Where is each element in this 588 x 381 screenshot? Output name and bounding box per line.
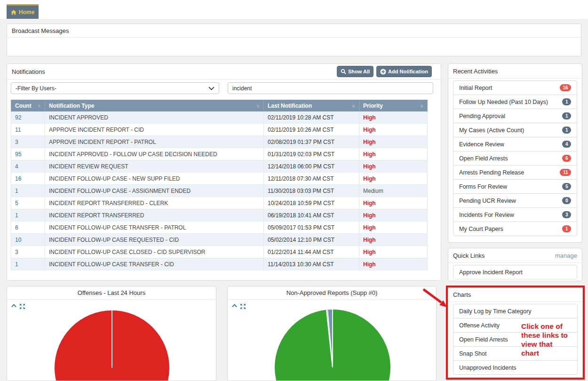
- notification-row: 1INCIDENT FOLLOW-UP CASE - ASSIGNMENT EN…: [11, 185, 428, 197]
- recent-activity-item[interactable]: Follow Up Needed (Past 10 Days)1: [453, 95, 577, 109]
- notification-count-link[interactable]: 95: [15, 151, 21, 158]
- notification-priority: High: [363, 151, 376, 158]
- quick-links-panel: Quick Links manage Approve Incident Repo…: [448, 248, 582, 281]
- count-badge: 1: [562, 225, 571, 232]
- offenses-pie[interactable]: [55, 310, 169, 381]
- count-badge: 1: [562, 98, 571, 105]
- recent-activity-item[interactable]: Arrests Pending Release11: [453, 165, 577, 180]
- notifications-title: Notifications: [12, 68, 45, 75]
- notification-count-link[interactable]: 16: [15, 175, 21, 182]
- add-notification-button[interactable]: Add Notification: [376, 66, 432, 77]
- notifications-table: Count↑↓Notification Type↑↓Last Notificat…: [11, 100, 428, 270]
- nonapproved-pie[interactable]: [275, 310, 390, 381]
- collapse-icon[interactable]: [232, 304, 237, 308]
- notification-count-link[interactable]: 6: [15, 224, 18, 231]
- sort-icon: ↑↓: [256, 103, 260, 108]
- notification-priority: High: [363, 212, 376, 219]
- notification-count-link[interactable]: 11: [15, 127, 21, 133]
- offenses-chart-title: Offenses - Last 24 Hours: [78, 289, 145, 296]
- charts-title: Charts: [453, 291, 471, 298]
- filter-by-users-select[interactable]: -Filter By Users-: [11, 82, 219, 94]
- recent-activity-label: Pending UCR Review: [459, 198, 516, 204]
- notification-count-link[interactable]: 3: [15, 249, 18, 255]
- count-badge: 1: [562, 112, 571, 119]
- count-badge: 16: [560, 84, 571, 91]
- nonapproved-chart-title: Non-Approved Reports (Supp #0): [286, 289, 378, 296]
- manage-link[interactable]: manage: [555, 252, 577, 259]
- sort-icon: ↑↓: [352, 103, 355, 108]
- chevron-down-icon: [208, 85, 215, 92]
- chart-link-item[interactable]: Unapproved Incidents: [453, 360, 578, 375]
- notification-last: 01/22/2014 11:44 AM CST: [268, 249, 334, 255]
- pie-slice-boundary: [111, 310, 112, 368]
- notification-count-link[interactable]: 5: [15, 200, 18, 206]
- notification-type: INCIDENT APPROVED: [49, 114, 108, 121]
- notification-last: 11/30/2018 03:03 PM CST: [268, 188, 334, 194]
- notification-type: INCIDENT APPROVED - FOLLOW UP CASE DECIS…: [49, 151, 217, 158]
- notification-type: INCIDENT FOLLOW-UP CASE TRANSFER - PATRO…: [49, 224, 186, 231]
- notification-count-link[interactable]: 10: [15, 237, 21, 243]
- notification-row: 92INCIDENT APPROVED02/11/2019 10:28 AM C…: [11, 111, 428, 124]
- notification-type: APPROVE INCIDENT REPORT - PATROL: [49, 139, 156, 145]
- notification-type: INCIDENT FOLLOW-UP CASE CLOSED - CID SUP…: [49, 249, 206, 255]
- column-header-notification-type[interactable]: Notification Type↑↓: [45, 100, 264, 111]
- quick-links-title: Quick Links: [453, 252, 485, 259]
- notification-last: 12/14/2018 06:00 PM CST: [268, 163, 334, 170]
- notification-search-input[interactable]: incident: [228, 82, 433, 94]
- recent-activity-item[interactable]: Initial Report16: [453, 80, 577, 95]
- notification-count-link[interactable]: 1: [15, 212, 18, 219]
- notification-count-link[interactable]: 4: [15, 163, 18, 170]
- notification-priority: Medium: [363, 188, 383, 194]
- notification-last: 01/31/2019 02:03 PM CST: [268, 151, 334, 158]
- notification-count-link[interactable]: 1: [15, 188, 18, 194]
- notification-row: 10INCIDENT FOLLOW-UP CASE REQUESTED - CI…: [11, 234, 428, 246]
- notification-last: 05/02/2014 12:10 PM CST: [268, 237, 334, 243]
- recent-activity-label: Evidence Review: [459, 141, 504, 148]
- count-badge: 3: [562, 211, 571, 218]
- quick-link-item[interactable]: Approve Incident Report: [453, 265, 577, 279]
- notification-priority: High: [363, 163, 376, 170]
- count-badge: 6: [562, 155, 571, 162]
- notification-row: 1INCIDENT FOLLOW-UP CASE TRANSFER - CID1…: [11, 258, 428, 270]
- tab-home[interactable]: Home: [7, 4, 39, 19]
- notifications-panel: Notifications Show All Add Notification: [7, 64, 441, 281]
- recent-activity-item[interactable]: Forms For Review5: [453, 179, 577, 194]
- offenses-chart-panel: Offenses - Last 24 Hours: [7, 286, 216, 381]
- expand-icon[interactable]: [240, 304, 246, 309]
- count-badge: 5: [562, 183, 571, 190]
- notification-row: 4INCIDENT REVIEW REQUEST12/14/2018 06:00…: [11, 160, 428, 173]
- recent-activity-label: Arrests Pending Release: [459, 169, 524, 176]
- notification-last: 02/11/2019 10:26 AM CST: [268, 127, 334, 133]
- notification-priority: High: [363, 114, 376, 121]
- recent-activity-item[interactable]: Pending Approval1: [453, 109, 577, 123]
- notification-type: INCIDENT REPORT TRANSFERRED - CLERK: [49, 200, 168, 206]
- collapse-icon[interactable]: [11, 304, 16, 308]
- column-header-priority[interactable]: Priority↑↓: [359, 100, 428, 111]
- notification-count-link[interactable]: 92: [15, 114, 21, 121]
- notification-count-link[interactable]: 3: [15, 139, 18, 145]
- notification-last: 12/11/2018 07:30 AM CST: [268, 175, 334, 182]
- recent-activity-item[interactable]: My Cases (Active Count)1: [453, 123, 577, 137]
- notification-row: 1INCIDENT REPORT TRANSFERRED06/19/2018 1…: [11, 209, 428, 222]
- chart-link-item[interactable]: Daily Log by Time Category: [453, 304, 578, 318]
- notification-count-link[interactable]: 1: [15, 261, 18, 268]
- notification-row: 11APPROVE INCIDENT REPORT - CID02/11/201…: [11, 124, 428, 136]
- recent-activity-item[interactable]: Evidence Review4: [453, 137, 577, 151]
- column-header-last-notification[interactable]: Last Notification↑↓: [264, 100, 359, 111]
- recent-activity-label: My Court Papers: [459, 226, 503, 232]
- column-header-count[interactable]: Count↑↓: [11, 100, 45, 111]
- notification-type: INCIDENT FOLLOW-UP CASE - ASSIGNMENT END…: [49, 188, 191, 194]
- recent-activity-item[interactable]: Pending UCR Review0: [453, 193, 577, 208]
- notification-priority: High: [363, 224, 376, 231]
- recent-activity-item[interactable]: My Court Papers1: [453, 222, 577, 236]
- recent-activity-label: My Cases (Active Count): [459, 127, 524, 134]
- recent-activity-label: Follow Up Needed (Past 10 Days): [459, 99, 548, 105]
- expand-icon[interactable]: [20, 304, 25, 309]
- show-all-button[interactable]: Show All: [337, 66, 373, 77]
- recent-activity-item[interactable]: Incidents For Review3: [453, 207, 577, 222]
- notification-priority: High: [363, 175, 376, 182]
- recent-activity-item[interactable]: Open Field Arrests6: [453, 151, 577, 166]
- notification-last: 06/19/2018 10:41 AM CST: [268, 212, 334, 219]
- notification-last: 02/11/2019 10:28 AM CST: [268, 114, 334, 121]
- tab-bar: Home: [0, 0, 588, 19]
